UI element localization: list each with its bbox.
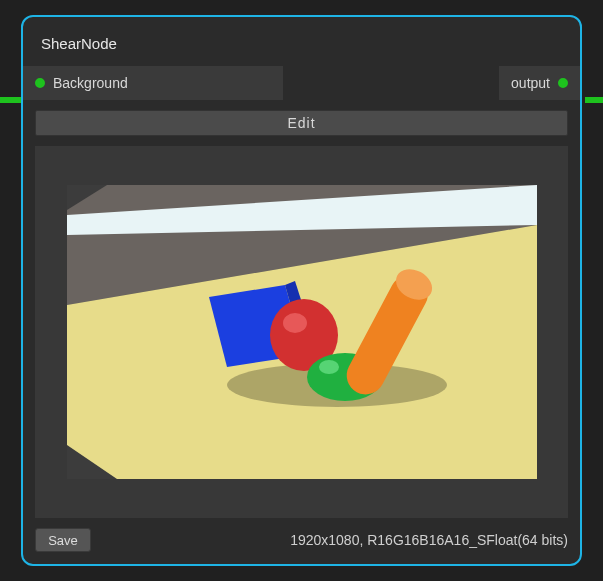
edit-row: Edit <box>35 110 568 136</box>
edit-button[interactable]: Edit <box>35 110 568 136</box>
port-connector-icon[interactable] <box>35 78 45 88</box>
node-title: ShearNode <box>23 17 580 66</box>
input-port[interactable]: Background <box>23 66 283 100</box>
shear-node: ShearNode Background output Edit <box>21 15 582 566</box>
node-footer: Save 1920x1080, R16G16B16A16_SFloat(64 b… <box>35 528 568 552</box>
port-row: Background output <box>23 66 580 100</box>
output-port[interactable]: output <box>499 66 580 100</box>
output-port-label: output <box>511 75 550 91</box>
input-port-label: Background <box>53 75 128 91</box>
preview-area <box>35 146 568 518</box>
port-connector-icon[interactable] <box>558 78 568 88</box>
image-info: 1920x1080, R16G16B16A16_SFloat(64 bits) <box>290 532 568 548</box>
svg-point-12 <box>319 360 339 374</box>
output-wire <box>585 97 603 103</box>
preview-image <box>67 185 537 479</box>
save-button[interactable]: Save <box>35 528 91 552</box>
svg-point-10 <box>283 313 307 333</box>
preview-frame <box>35 146 568 518</box>
